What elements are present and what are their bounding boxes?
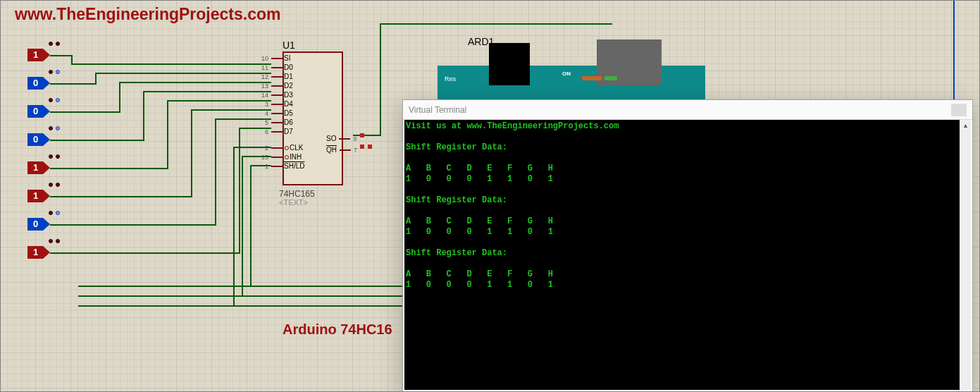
close-icon[interactable] (951, 104, 967, 116)
wire (380, 23, 612, 25)
node-so (360, 133, 364, 137)
pin-si: 10SI (256, 54, 290, 62)
logic-state-5[interactable]: 1 (27, 190, 43, 202)
wire (95, 73, 97, 85)
logic-state-3[interactable]: 0 (27, 133, 43, 146)
logic-state-6[interactable]: 0 (27, 218, 43, 231)
wire (71, 63, 271, 65)
scroll-up-icon[interactable]: ▴ (960, 120, 971, 131)
wire (50, 140, 143, 141)
node-qh-2 (368, 145, 372, 149)
wire (250, 165, 271, 166)
chip-ref-label: U1 (283, 39, 295, 51)
arduino-board[interactable] (438, 66, 705, 101)
virtual-terminal-window[interactable]: Virtual Terminal Visit us at www.TheEngi… (402, 99, 973, 392)
wire (95, 73, 271, 74)
logic-state-7[interactable]: 1 (27, 246, 43, 259)
wire (78, 286, 402, 287)
wire (119, 82, 271, 83)
chip-text-placeholder: <TEXT> (279, 198, 308, 207)
wire (167, 100, 168, 169)
probe-leds-3 (49, 126, 60, 130)
arduino-usb-connector (489, 43, 530, 85)
wire (215, 118, 216, 226)
wire (242, 156, 271, 157)
wire (353, 135, 381, 136)
wire (78, 305, 402, 307)
probe-leds-2 (49, 98, 60, 102)
arduino-led-green (604, 76, 617, 80)
wire (50, 252, 239, 254)
probe-leds-6 (49, 211, 60, 215)
probe-leds-0 (49, 42, 60, 46)
terminal-output[interactable]: Visit us at www.TheEngineeringProjects.c… (404, 120, 960, 390)
terminal-title: Virtual Terminal (409, 105, 466, 115)
pin-qh: QH7 (326, 146, 364, 154)
terminal-scrollbar[interactable]: ▴ (960, 120, 971, 390)
probe-leds-4 (49, 154, 60, 159)
wire (250, 165, 252, 286)
probe-leds-5 (49, 183, 60, 187)
wire (50, 196, 191, 197)
wire (50, 168, 167, 169)
terminal-titlebar[interactable]: Virtual Terminal (403, 100, 972, 120)
wire (50, 55, 71, 56)
wire (380, 23, 381, 136)
arduino-led-orange (582, 76, 602, 80)
wire (143, 91, 271, 92)
website-url: www.TheEngineeringProjects.com (15, 5, 280, 24)
chip-part-label: 74HC165 (279, 189, 315, 199)
project-title: Arduino 74HC16 (283, 321, 392, 338)
logic-state-1[interactable]: 0 (27, 77, 43, 90)
probe-leds-7 (49, 239, 60, 243)
wire (239, 128, 271, 129)
logic-state-0[interactable]: 1 (27, 49, 43, 61)
wire (233, 147, 271, 148)
arduino-reset-label: Res (445, 75, 456, 82)
wire (233, 147, 235, 305)
logic-state-4[interactable]: 1 (27, 161, 43, 174)
wire (78, 295, 402, 297)
wire (50, 83, 95, 85)
wire (191, 109, 192, 197)
logic-state-2[interactable]: 0 (27, 105, 43, 118)
node-qh (360, 145, 364, 149)
wire (50, 224, 215, 226)
wire (191, 109, 271, 111)
arduino-on-label: ON (562, 71, 571, 77)
wire (143, 91, 144, 141)
wire (119, 82, 120, 113)
probe-leds-1 (49, 70, 60, 74)
wire (167, 100, 271, 102)
wire (215, 118, 271, 120)
wire (50, 111, 119, 113)
wire (242, 156, 243, 295)
